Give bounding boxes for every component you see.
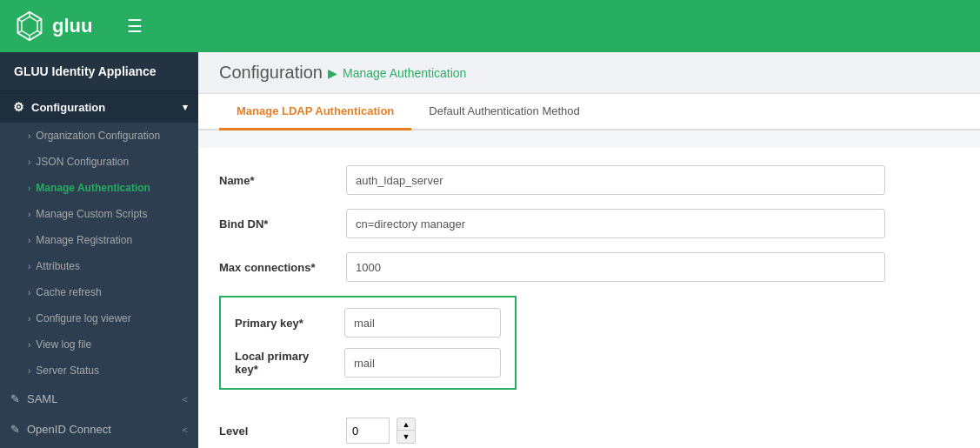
chevron-right-icon: ›	[28, 314, 30, 324]
primary-key-input[interactable]	[344, 308, 501, 338]
chevron-right-icon: ›	[28, 131, 30, 141]
highlight-box: Primary key* Local primary key*	[219, 296, 517, 390]
primary-key-label: Primary key*	[235, 317, 330, 330]
primary-key-row: Primary key*	[235, 308, 501, 338]
page-header: Configuration ▶ Manage Authentication	[198, 52, 980, 94]
level-spinner: ▲ ▼	[397, 418, 416, 444]
sidebar-item-attributes[interactable]: › Attributes	[0, 253, 198, 279]
chevron-right-icon: ›	[28, 288, 30, 298]
saml-arrow-icon: <	[183, 394, 188, 405]
chevron-right-icon: ›	[28, 366, 30, 376]
sidebar: GLUU Identity Appliance ⚙ Configuration …	[0, 52, 198, 448]
sidebar-item-view-log[interactable]: › View log file	[0, 331, 198, 358]
top-header: gluu ☰	[0, 0, 980, 52]
tab-bar: Manage LDAP Authentication Default Authe…	[198, 94, 980, 130]
content-area: Configuration ▶ Manage Authentication Ma…	[198, 52, 980, 448]
saml-label: SAML	[27, 392, 176, 405]
chevron-right-icon: ›	[28, 157, 30, 167]
name-row: Name*	[219, 165, 959, 195]
chevron-right-icon: ›	[28, 236, 30, 245]
breadcrumb-separator: ▶	[328, 66, 337, 80]
openid-label: OpenID Connect	[27, 423, 176, 436]
level-input-group: ▲ ▼	[346, 418, 416, 444]
local-primary-key-row: Local primary key*	[235, 348, 501, 378]
chevron-right-icon: ›	[28, 184, 30, 193]
local-primary-key-label: Local primary key*	[235, 350, 330, 376]
level-row: Level ▲ ▼	[219, 418, 959, 444]
highlighted-section: Primary key* Local primary key*	[219, 296, 959, 404]
main-layout: GLUU Identity Appliance ⚙ Configuration …	[0, 52, 980, 448]
form-area: Name* Bind DN* Max connections* Primary …	[198, 148, 980, 448]
max-conn-label: Max connections*	[219, 261, 332, 274]
max-conn-input[interactable]	[346, 252, 885, 282]
bind-dn-input[interactable]	[346, 209, 885, 238]
chevron-right-icon: ›	[28, 210, 30, 219]
level-down-button[interactable]: ▼	[397, 431, 415, 443]
name-label: Name*	[219, 174, 332, 187]
bind-dn-row: Bind DN*	[219, 209, 959, 238]
tab-default-auth[interactable]: Default Authentication Method	[411, 94, 597, 130]
sidebar-item-openid[interactable]: ✎ OpenID Connect <	[0, 414, 198, 445]
tab-ldap-auth[interactable]: Manage LDAP Authentication	[219, 94, 411, 130]
logo: gluu	[14, 10, 92, 42]
sidebar-config-label: Configuration	[31, 101, 105, 114]
sidebar-item-server-status[interactable]: › Server Status	[0, 358, 198, 384]
edit-icon: ✎	[10, 423, 20, 436]
bind-dn-label: Bind DN*	[219, 217, 332, 231]
local-primary-key-input[interactable]	[344, 348, 501, 378]
level-up-button[interactable]: ▲	[397, 418, 415, 431]
breadcrumb-current: Manage Authentication	[343, 66, 466, 80]
hamburger-button[interactable]: ☰	[127, 16, 143, 37]
config-icon: ⚙	[13, 100, 24, 114]
level-input[interactable]	[346, 418, 390, 444]
sidebar-item-cache-refresh[interactable]: › Cache refresh	[0, 279, 198, 305]
max-conn-row: Max connections*	[219, 252, 959, 282]
gluu-logo-icon	[14, 10, 45, 42]
sidebar-item-saml[interactable]: ✎ SAML <	[0, 384, 198, 414]
logo-text: gluu	[52, 15, 92, 37]
svg-marker-1	[22, 17, 37, 36]
chevron-right-icon: ›	[28, 262, 30, 271]
sidebar-item-manage-registration[interactable]: › Manage Registration	[0, 227, 198, 253]
sidebar-item-manage-scripts[interactable]: › Manage Custom Scripts	[0, 201, 198, 227]
sidebar-section-configuration[interactable]: ⚙ Configuration ▾	[0, 91, 198, 123]
sidebar-item-org-config[interactable]: › Organization Configuration	[0, 123, 198, 149]
config-arrow-icon: ▾	[183, 102, 188, 113]
sidebar-item-json-config[interactable]: › JSON Configuration	[0, 149, 198, 175]
level-label: Level	[219, 425, 332, 438]
chevron-right-icon: ›	[28, 340, 30, 350]
page-title: Configuration	[219, 63, 323, 83]
sidebar-brand: GLUU Identity Appliance	[0, 52, 198, 91]
name-input[interactable]	[346, 165, 885, 195]
sidebar-item-configure-log[interactable]: › Configure log viewer	[0, 305, 198, 331]
sidebar-item-manage-auth[interactable]: › Manage Authentication	[0, 175, 198, 201]
edit-icon: ✎	[10, 392, 20, 405]
openid-arrow-icon: <	[183, 425, 188, 435]
